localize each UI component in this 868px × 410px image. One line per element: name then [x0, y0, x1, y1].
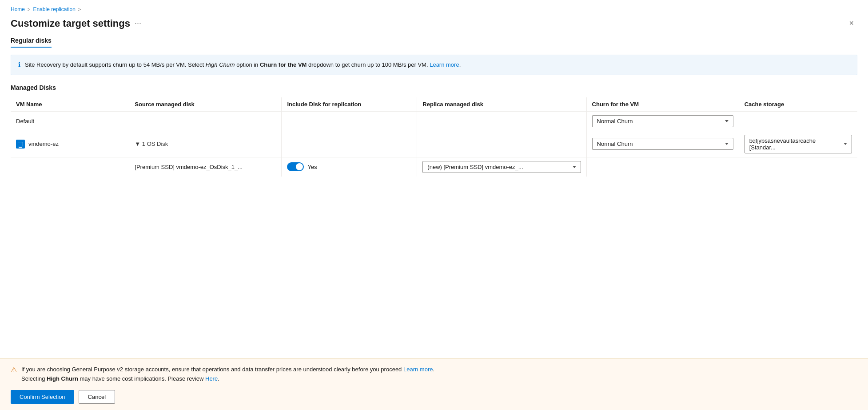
vm-name-label: vmdemo-ez — [28, 141, 59, 147]
vm-churn-dropdown[interactable]: Normal Churn — [592, 138, 733, 150]
confirm-selection-button[interactable]: Confirm Selection — [11, 390, 74, 404]
info-banner: ℹ Site Recovery by default supports chur… — [11, 55, 857, 75]
default-source-disk-cell — [129, 111, 282, 131]
disk-vm-name-cell — [11, 157, 129, 177]
default-churn-dropdown[interactable]: Normal Churn — [592, 115, 733, 127]
vm-include-disk-cell — [282, 131, 417, 157]
page-title-ellipsis[interactable]: ··· — [135, 19, 141, 28]
default-churn-value: Normal Churn — [597, 118, 633, 125]
vm-name-cell: vmdemo-ez — [11, 131, 129, 157]
breadcrumb-sep1: > — [28, 7, 30, 12]
disk-source-label: [Premium SSD] vmdemo-ez_OsDisk_1_... — [135, 164, 243, 170]
warning-learn-more-link[interactable]: Learn more — [403, 366, 433, 373]
default-include-disk-cell — [282, 111, 417, 131]
disk-include-cell: Yes — [282, 157, 417, 177]
managed-disks-title: Managed Disks — [11, 84, 857, 91]
col-header-include-disk: Include Disk for replication — [282, 97, 417, 112]
table-row-vm: vmdemo-ez ▼ 1 OS Disk Normal Churn bq — [11, 131, 857, 157]
os-disk-label: ▼ 1 OS Disk — [135, 141, 168, 147]
include-disk-label: Yes — [307, 164, 317, 170]
default-vm-name-cell: Default — [11, 111, 129, 131]
table-row-disk: [Premium SSD] vmdemo-ez_OsDisk_1_... Yes… — [11, 157, 857, 177]
warning-here-link[interactable]: Here — [205, 375, 218, 382]
vm-icon — [16, 140, 25, 149]
vm-source-disk-cell: ▼ 1 OS Disk — [129, 131, 282, 157]
cancel-button[interactable]: Cancel — [79, 390, 115, 404]
replica-disk-value: (new) [Premium SSD] vmdemo-ez_... — [427, 164, 523, 170]
info-banner-text: Site Recovery by default supports churn … — [25, 60, 461, 69]
warning-banner: ⚠ If you are choosing General Purpose v2… — [11, 365, 857, 384]
breadcrumb-sep2: > — [78, 7, 81, 12]
table-row-default: Default Normal Churn — [11, 111, 857, 131]
vm-icon-inner — [18, 142, 23, 146]
close-button[interactable]: × — [845, 17, 857, 30]
col-header-replica-disk: Replica managed disk — [417, 97, 586, 112]
breadcrumb-enable-replication[interactable]: Enable replication — [33, 6, 75, 12]
warning-icon: ⚠ — [11, 366, 17, 374]
info-icon: ℹ — [18, 61, 20, 68]
default-cache-cell — [739, 111, 857, 131]
toggle-thumb — [296, 163, 303, 170]
vm-replica-disk-cell — [417, 131, 586, 157]
info-learn-more-link[interactable]: Learn more — [430, 61, 459, 68]
include-disk-toggle[interactable] — [287, 162, 304, 171]
default-churn-chevron — [725, 120, 729, 122]
vm-cache-cell: bqfjybsasnevaultasrcache [Standar... — [739, 131, 857, 157]
default-churn-cell: Normal Churn — [586, 111, 739, 131]
page-header: Customize target settings ··· × — [0, 15, 868, 37]
default-replica-disk-cell — [417, 111, 586, 131]
vm-cache-value: bqfjybsasnevaultasrcache [Standar... — [749, 137, 840, 151]
replica-disk-chevron — [573, 166, 576, 168]
col-header-source-disk: Source managed disk — [129, 97, 282, 112]
content-area: Regular disks ℹ Site Recovery by default… — [0, 37, 868, 177]
col-header-cache: Cache storage — [739, 97, 857, 112]
disk-source-cell: [Premium SSD] vmdemo-ez_OsDisk_1_... — [129, 157, 282, 177]
vm-churn-cell: Normal Churn — [586, 131, 739, 157]
vm-churn-chevron — [725, 143, 729, 145]
vm-cache-chevron — [844, 143, 847, 145]
vm-churn-value: Normal Churn — [597, 141, 633, 147]
page-title: Customize target settings — [11, 18, 130, 29]
disk-churn-cell — [586, 157, 739, 177]
vm-cache-dropdown[interactable]: bqfjybsasnevaultasrcache [Standar... — [745, 135, 852, 153]
col-header-churn: Churn for the VM — [586, 97, 739, 112]
disk-cache-cell — [739, 157, 857, 177]
warning-text-block: If you are choosing General Purpose v2 s… — [21, 365, 434, 384]
footer-warning: ⚠ If you are choosing General Purpose v2… — [0, 358, 868, 410]
disk-replica-cell: (new) [Premium SSD] vmdemo-ez_... — [417, 157, 586, 177]
breadcrumb-home[interactable]: Home — [11, 6, 25, 12]
breadcrumb: Home > Enable replication > — [0, 0, 868, 15]
col-header-vm-name: VM Name — [11, 97, 129, 112]
regular-disks-title: Regular disks — [11, 37, 52, 48]
footer-actions: Confirm Selection Cancel — [11, 390, 857, 404]
managed-disks-table: VM Name Source managed disk Include Disk… — [11, 97, 857, 177]
replica-disk-dropdown[interactable]: (new) [Premium SSD] vmdemo-ez_... — [422, 161, 581, 173]
